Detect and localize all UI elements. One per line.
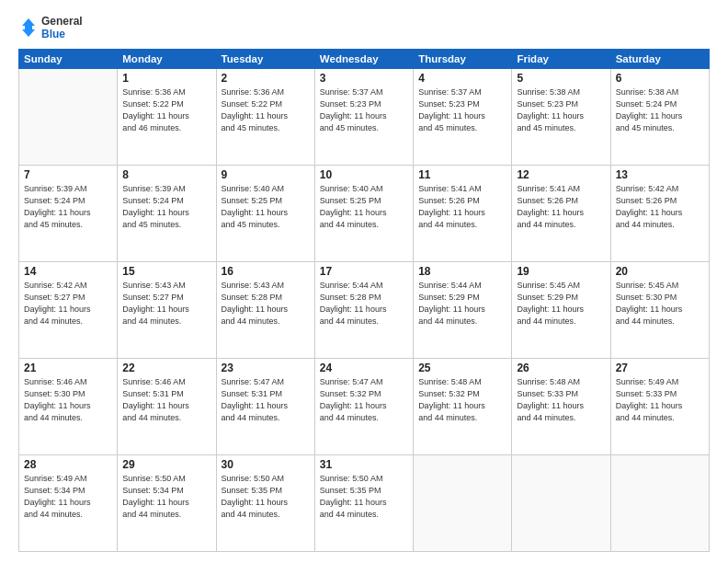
day-number: 3: [320, 72, 408, 85]
calendar-cell: [414, 454, 512, 551]
logo-container: General Blue: [18, 15, 83, 41]
day-number: 15: [122, 265, 210, 278]
day-number: 13: [616, 168, 704, 181]
day-number: 7: [24, 168, 112, 181]
day-number: 10: [320, 168, 408, 181]
calendar-cell: 20Sunrise: 5:45 AMSunset: 5:30 PMDayligh…: [610, 261, 709, 358]
day-number: 27: [616, 362, 704, 374]
calendar-cell: 18Sunrise: 5:44 AMSunset: 5:29 PMDayligh…: [414, 261, 512, 358]
calendar-cell: [19, 68, 118, 165]
calendar-cell: 17Sunrise: 5:44 AMSunset: 5:28 PMDayligh…: [314, 261, 413, 358]
day-info: Sunrise: 5:40 AMSunset: 5:25 PMDaylight:…: [222, 183, 310, 231]
calendar-cell: 23Sunrise: 5:47 AMSunset: 5:31 PMDayligh…: [216, 358, 314, 454]
day-number: 28: [24, 458, 112, 471]
day-info: Sunrise: 5:42 AMSunset: 5:27 PMDaylight:…: [24, 280, 112, 327]
weekday-header-friday: Friday: [512, 49, 610, 68]
day-info: Sunrise: 5:39 AMSunset: 5:24 PMDaylight:…: [24, 183, 112, 231]
day-number: 20: [616, 265, 704, 278]
calendar-cell: 21Sunrise: 5:46 AMSunset: 5:30 PMDayligh…: [19, 358, 118, 454]
day-info: Sunrise: 5:47 AMSunset: 5:31 PMDaylight:…: [222, 376, 310, 424]
day-number: 18: [418, 265, 506, 278]
calendar-cell: 28Sunrise: 5:49 AMSunset: 5:34 PMDayligh…: [19, 454, 118, 551]
day-info: Sunrise: 5:46 AMSunset: 5:31 PMDaylight:…: [122, 376, 210, 424]
day-info: Sunrise: 5:43 AMSunset: 5:27 PMDaylight:…: [122, 280, 210, 327]
day-info: Sunrise: 5:49 AMSunset: 5:34 PMDaylight:…: [24, 473, 112, 521]
day-info: Sunrise: 5:45 AMSunset: 5:30 PMDaylight:…: [616, 280, 704, 327]
day-number: 21: [24, 362, 112, 374]
day-number: 16: [222, 265, 310, 278]
page: General Blue SundayMondayTuesdayWednesda…: [0, 0, 728, 563]
calendar-cell: 11Sunrise: 5:41 AMSunset: 5:26 PMDayligh…: [414, 165, 512, 261]
day-number: 12: [517, 168, 605, 181]
calendar-cell: 5Sunrise: 5:38 AMSunset: 5:23 PMDaylight…: [512, 68, 610, 165]
calendar-cell: 3Sunrise: 5:37 AMSunset: 5:23 PMDaylight…: [314, 68, 413, 165]
weekday-header-sunday: Sunday: [19, 49, 118, 68]
calendar-cell: 25Sunrise: 5:48 AMSunset: 5:32 PMDayligh…: [414, 358, 512, 454]
calendar-cell: 16Sunrise: 5:43 AMSunset: 5:28 PMDayligh…: [216, 261, 314, 358]
day-info: Sunrise: 5:41 AMSunset: 5:26 PMDaylight:…: [517, 183, 605, 231]
calendar-cell: 6Sunrise: 5:38 AMSunset: 5:24 PMDaylight…: [610, 68, 709, 165]
calendar-table: SundayMondayTuesdayWednesdayThursdayFrid…: [18, 49, 710, 552]
calendar-cell: 24Sunrise: 5:47 AMSunset: 5:32 PMDayligh…: [314, 358, 413, 454]
day-info: Sunrise: 5:47 AMSunset: 5:32 PMDaylight:…: [320, 376, 408, 424]
logo: General Blue: [18, 15, 83, 41]
calendar-cell: 13Sunrise: 5:42 AMSunset: 5:26 PMDayligh…: [610, 165, 709, 261]
day-number: 23: [222, 362, 310, 374]
day-info: Sunrise: 5:38 AMSunset: 5:23 PMDaylight:…: [517, 86, 605, 134]
day-info: Sunrise: 5:50 AMSunset: 5:35 PMDaylight:…: [222, 473, 310, 521]
day-number: 2: [222, 72, 310, 85]
weekday-header-wednesday: Wednesday: [314, 49, 413, 68]
calendar-cell: 2Sunrise: 5:36 AMSunset: 5:22 PMDaylight…: [216, 68, 314, 165]
calendar-cell: 27Sunrise: 5:49 AMSunset: 5:33 PMDayligh…: [610, 358, 709, 454]
calendar-cell: 19Sunrise: 5:45 AMSunset: 5:29 PMDayligh…: [512, 261, 610, 358]
calendar-cell: 12Sunrise: 5:41 AMSunset: 5:26 PMDayligh…: [512, 165, 610, 261]
day-info: Sunrise: 5:41 AMSunset: 5:26 PMDaylight:…: [418, 183, 506, 231]
calendar-cell: 1Sunrise: 5:36 AMSunset: 5:22 PMDaylight…: [118, 68, 216, 165]
day-number: 31: [320, 458, 408, 471]
calendar-cell: [610, 454, 709, 551]
calendar-cell: 8Sunrise: 5:39 AMSunset: 5:24 PMDaylight…: [118, 165, 216, 261]
day-info: Sunrise: 5:36 AMSunset: 5:22 PMDaylight:…: [122, 86, 210, 134]
calendar-cell: 22Sunrise: 5:46 AMSunset: 5:31 PMDayligh…: [118, 358, 216, 454]
day-number: 8: [122, 168, 210, 181]
header: General Blue: [18, 15, 710, 41]
logo-bird-icon: [18, 17, 39, 38]
calendar-cell: 15Sunrise: 5:43 AMSunset: 5:27 PMDayligh…: [118, 261, 216, 358]
weekday-header-tuesday: Tuesday: [216, 49, 314, 68]
day-info: Sunrise: 5:45 AMSunset: 5:29 PMDaylight:…: [517, 280, 605, 327]
day-number: 5: [517, 72, 605, 85]
day-info: Sunrise: 5:39 AMSunset: 5:24 PMDaylight:…: [122, 183, 210, 231]
calendar-cell: 10Sunrise: 5:40 AMSunset: 5:25 PMDayligh…: [314, 165, 413, 261]
day-number: 17: [320, 265, 408, 278]
day-info: Sunrise: 5:37 AMSunset: 5:23 PMDaylight:…: [418, 86, 506, 134]
day-number: 25: [418, 362, 506, 374]
calendar-cell: 7Sunrise: 5:39 AMSunset: 5:24 PMDaylight…: [19, 165, 118, 261]
day-number: 24: [320, 362, 408, 374]
calendar-cell: 30Sunrise: 5:50 AMSunset: 5:35 PMDayligh…: [216, 454, 314, 551]
logo-blue: Blue: [41, 28, 83, 40]
day-info: Sunrise: 5:49 AMSunset: 5:33 PMDaylight:…: [616, 376, 704, 424]
day-info: Sunrise: 5:40 AMSunset: 5:25 PMDaylight:…: [320, 183, 408, 231]
day-number: 30: [222, 458, 310, 471]
day-info: Sunrise: 5:37 AMSunset: 5:23 PMDaylight:…: [320, 86, 408, 134]
weekday-header-thursday: Thursday: [414, 49, 512, 68]
calendar-cell: [512, 454, 610, 551]
day-info: Sunrise: 5:42 AMSunset: 5:26 PMDaylight:…: [616, 183, 704, 231]
weekday-header-monday: Monday: [118, 49, 216, 68]
calendar-cell: 31Sunrise: 5:50 AMSunset: 5:35 PMDayligh…: [314, 454, 413, 551]
day-number: 26: [517, 362, 605, 374]
day-number: 6: [616, 72, 704, 85]
day-info: Sunrise: 5:38 AMSunset: 5:24 PMDaylight:…: [616, 86, 704, 134]
day-number: 4: [418, 72, 506, 85]
day-info: Sunrise: 5:48 AMSunset: 5:33 PMDaylight:…: [517, 376, 605, 424]
day-number: 9: [222, 168, 310, 181]
day-number: 14: [24, 265, 112, 278]
day-number: 11: [418, 168, 506, 181]
calendar-cell: 26Sunrise: 5:48 AMSunset: 5:33 PMDayligh…: [512, 358, 610, 454]
day-info: Sunrise: 5:50 AMSunset: 5:35 PMDaylight:…: [320, 473, 408, 521]
logo-general: General: [41, 15, 83, 28]
day-info: Sunrise: 5:46 AMSunset: 5:30 PMDaylight:…: [24, 376, 112, 424]
day-info: Sunrise: 5:43 AMSunset: 5:28 PMDaylight:…: [222, 280, 310, 327]
day-number: 1: [122, 72, 210, 85]
calendar-cell: 14Sunrise: 5:42 AMSunset: 5:27 PMDayligh…: [19, 261, 118, 358]
